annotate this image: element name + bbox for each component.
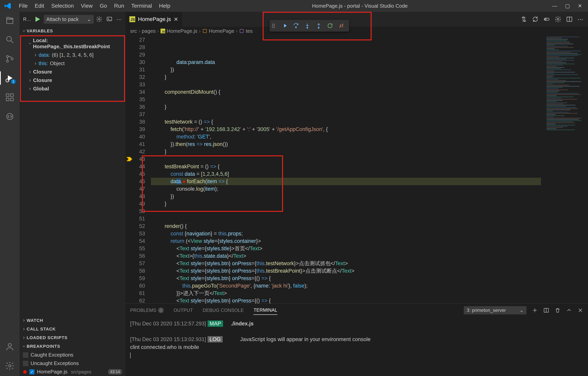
svg-point-16 — [557, 18, 559, 20]
code-editor[interactable]: 2728293031323334353637383940414243444546… — [126, 35, 588, 303]
minimap[interactable] — [541, 35, 588, 303]
start-debug-icon[interactable] — [33, 15, 41, 23]
svg-point-12 — [98, 18, 100, 20]
scope-local[interactable]: Local: HomePage._this.testBreakPoint — [21, 36, 124, 51]
panel-tab-problems[interactable]: PROBLEMS1 — [130, 306, 164, 315]
more-icon[interactable]: ⋯ — [116, 16, 122, 22]
svg-rect-5 — [6, 94, 9, 97]
extensions-icon[interactable] — [5, 93, 14, 102]
svg-point-0 — [7, 36, 11, 41]
step-into-icon[interactable] — [303, 21, 312, 30]
variable-this[interactable]: this: Object — [21, 59, 124, 68]
bp-caught-exceptions[interactable]: Caught Exceptions — [20, 351, 126, 359]
svg-rect-18 — [203, 29, 206, 32]
menu-view[interactable]: View — [78, 1, 96, 10]
variable-data[interactable]: data: (6) [1, 2, 3, 4, 5, 6] — [21, 51, 124, 59]
panel-tab-terminal[interactable]: TERMINAL — [253, 306, 277, 315]
menu-terminal[interactable]: Terminal — [128, 1, 155, 10]
run-label: R… — [23, 16, 31, 22]
title-bar: File Edit Selection View Go Run Terminal… — [0, 0, 588, 12]
step-out-icon[interactable] — [314, 21, 324, 30]
panel-tab-output[interactable]: OUTPUT — [173, 306, 193, 315]
js-file-icon: JS — [160, 29, 165, 33]
menu-file[interactable]: File — [16, 1, 31, 10]
maximize-panel-icon[interactable] — [566, 307, 572, 313]
run-debug-icon[interactable]: 1 — [5, 73, 14, 83]
continue-icon[interactable] — [280, 21, 290, 30]
scope-closure-1[interactable]: Closure — [21, 68, 124, 76]
window-title: HomePage.js - portal - Visual Studio Cod… — [173, 3, 546, 9]
variables-panel: Local: HomePage._this.testBreakPoint dat… — [20, 35, 125, 102]
watch-section-header[interactable]: WATCH — [20, 316, 126, 325]
refresh-icon[interactable] — [532, 16, 539, 22]
breakpoints-section-header[interactable]: BREAKPOINTS — [20, 342, 126, 351]
callstack-section-header[interactable]: CALL STACK — [20, 325, 126, 333]
scope-closure-2[interactable]: Closure — [21, 76, 124, 85]
split-terminal-icon[interactable] — [543, 307, 549, 313]
variables-section-header[interactable]: VARIABLES — [20, 27, 126, 35]
breakpoint-dot-icon — [23, 370, 27, 374]
menu-help[interactable]: Help — [156, 1, 173, 10]
svg-point-21 — [307, 27, 308, 28]
svg-point-22 — [318, 27, 319, 28]
vscode-logo-icon — [4, 2, 12, 10]
svg-rect-19 — [240, 29, 243, 32]
panel-tab-debug-console[interactable]: DEBUG CONSOLE — [203, 306, 244, 315]
menu-selection[interactable]: Selection — [48, 1, 77, 10]
svg-point-11 — [9, 365, 11, 367]
terminal-select[interactable]: 3: primeton_server⌄ — [464, 306, 526, 314]
svg-rect-7 — [10, 98, 13, 101]
maximize-icon[interactable]: ▢ — [565, 3, 570, 9]
js-file-icon: JS — [129, 16, 135, 22]
gear-icon[interactable] — [96, 16, 102, 22]
svg-point-4 — [6, 79, 9, 82]
close-panel-icon[interactable] — [578, 307, 583, 313]
debug-config-select[interactable]: Attach to pack⌄ — [44, 15, 94, 24]
debug-console-icon[interactable] — [106, 16, 113, 22]
bottom-panel: PROBLEMS1 OUTPUT DEBUG CONSOLE TERMINAL … — [126, 303, 588, 376]
explorer-icon[interactable] — [5, 16, 14, 25]
svg-point-10 — [8, 344, 11, 347]
more-actions-icon[interactable]: ⋯ — [578, 16, 583, 23]
svg-rect-8 — [10, 94, 13, 97]
toolbar-grip-icon[interactable] — [272, 24, 277, 28]
kill-terminal-icon[interactable] — [555, 307, 561, 313]
settings-icon[interactable] — [555, 16, 561, 22]
bp-uncaught-exceptions[interactable]: Uncaught Exceptions — [20, 359, 126, 367]
bp-homepage[interactable]: ✓HomePage.jssrc\pages43:14 — [20, 367, 126, 376]
svg-rect-13 — [107, 17, 112, 21]
split-editor-icon[interactable] — [566, 16, 573, 22]
new-terminal-icon[interactable] — [532, 307, 538, 313]
compare-icon[interactable] — [521, 16, 527, 22]
loaded-scripts-section-header[interactable]: LOADED SCRIPTS — [20, 333, 126, 342]
step-over-icon[interactable] — [291, 21, 301, 30]
terminal-output[interactable]: [Thu Dec 03 2020 15:12:57.293]MAP ./inde… — [126, 317, 588, 376]
svg-point-15 — [545, 18, 546, 20]
menu-edit[interactable]: Edit — [32, 1, 47, 10]
restart-icon[interactable] — [325, 21, 335, 30]
highlight-box-code — [142, 155, 283, 212]
disconnect-icon[interactable] — [336, 21, 346, 30]
menu-go[interactable]: Go — [97, 1, 110, 10]
source-control-icon[interactable] — [5, 54, 14, 64]
scope-global[interactable]: Global — [21, 85, 124, 93]
debug-sidebar: R… Attach to pack⌄ ⋯ VARIABLES Local: Ho… — [20, 12, 126, 376]
tab-homepage[interactable]: JS HomePage.js ✕ — [126, 12, 182, 27]
search-icon[interactable] — [5, 35, 14, 44]
activity-bar: 1 — [0, 12, 20, 376]
svg-point-20 — [295, 27, 296, 28]
close-window-icon[interactable]: ✕ — [578, 3, 582, 9]
accounts-icon[interactable] — [5, 342, 14, 351]
debug-badge: 1 — [11, 79, 16, 84]
close-tab-icon[interactable]: ✕ — [174, 16, 178, 22]
minimize-icon[interactable]: — — [552, 3, 557, 9]
menu-bar: File Edit Selection View Go Run Terminal… — [16, 1, 173, 10]
menu-run[interactable]: Run — [111, 1, 127, 10]
svg-rect-6 — [6, 98, 9, 101]
settings-gear-icon[interactable] — [5, 361, 14, 371]
remote-icon[interactable] — [5, 112, 14, 121]
toggle-icon[interactable] — [543, 16, 550, 22]
